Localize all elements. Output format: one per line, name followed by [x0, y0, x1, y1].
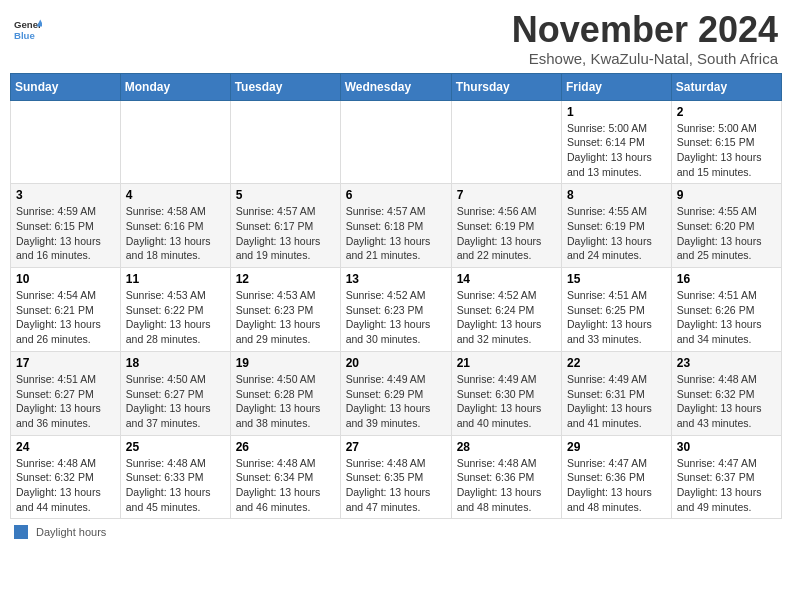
calendar-week-row: 3Sunrise: 4:59 AM Sunset: 6:15 PM Daylig… [11, 184, 782, 268]
day-info: Sunrise: 4:48 AM Sunset: 6:32 PM Dayligh… [677, 372, 776, 431]
day-number: 6 [346, 188, 446, 202]
calendar-week-row: 24Sunrise: 4:48 AM Sunset: 6:32 PM Dayli… [11, 435, 782, 519]
calendar-cell: 2Sunrise: 5:00 AM Sunset: 6:15 PM Daylig… [671, 100, 781, 184]
day-info: Sunrise: 4:51 AM Sunset: 6:26 PM Dayligh… [677, 288, 776, 347]
day-info: Sunrise: 4:55 AM Sunset: 6:20 PM Dayligh… [677, 204, 776, 263]
calendar-cell [120, 100, 230, 184]
day-info: Sunrise: 5:00 AM Sunset: 6:15 PM Dayligh… [677, 121, 776, 180]
logo-icon: General Blue [14, 16, 42, 44]
day-number: 27 [346, 440, 446, 454]
day-number: 25 [126, 440, 225, 454]
day-info: Sunrise: 4:59 AM Sunset: 6:15 PM Dayligh… [16, 204, 115, 263]
calendar-cell: 10Sunrise: 4:54 AM Sunset: 6:21 PM Dayli… [11, 268, 121, 352]
day-info: Sunrise: 4:50 AM Sunset: 6:27 PM Dayligh… [126, 372, 225, 431]
day-info: Sunrise: 4:52 AM Sunset: 6:23 PM Dayligh… [346, 288, 446, 347]
calendar-week-row: 10Sunrise: 4:54 AM Sunset: 6:21 PM Dayli… [11, 268, 782, 352]
day-info: Sunrise: 4:54 AM Sunset: 6:21 PM Dayligh… [16, 288, 115, 347]
day-info: Sunrise: 4:57 AM Sunset: 6:18 PM Dayligh… [346, 204, 446, 263]
calendar-table: SundayMondayTuesdayWednesdayThursdayFrid… [10, 73, 782, 520]
day-number: 13 [346, 272, 446, 286]
day-number: 22 [567, 356, 666, 370]
day-number: 26 [236, 440, 335, 454]
calendar-day-header: Wednesday [340, 73, 451, 100]
day-number: 18 [126, 356, 225, 370]
day-info: Sunrise: 4:48 AM Sunset: 6:32 PM Dayligh… [16, 456, 115, 515]
day-info: Sunrise: 4:56 AM Sunset: 6:19 PM Dayligh… [457, 204, 556, 263]
day-info: Sunrise: 4:49 AM Sunset: 6:30 PM Dayligh… [457, 372, 556, 431]
page-header: General Blue November 2024 Eshowe, KwaZu… [10, 10, 782, 67]
calendar-cell: 21Sunrise: 4:49 AM Sunset: 6:30 PM Dayli… [451, 351, 561, 435]
day-info: Sunrise: 4:49 AM Sunset: 6:31 PM Dayligh… [567, 372, 666, 431]
day-number: 15 [567, 272, 666, 286]
day-info: Sunrise: 4:47 AM Sunset: 6:36 PM Dayligh… [567, 456, 666, 515]
calendar-header-row: SundayMondayTuesdayWednesdayThursdayFrid… [11, 73, 782, 100]
day-info: Sunrise: 4:47 AM Sunset: 6:37 PM Dayligh… [677, 456, 776, 515]
legend-color-box [14, 525, 28, 539]
day-number: 10 [16, 272, 115, 286]
day-number: 30 [677, 440, 776, 454]
calendar-cell [11, 100, 121, 184]
calendar-day-header: Saturday [671, 73, 781, 100]
calendar-cell: 20Sunrise: 4:49 AM Sunset: 6:29 PM Dayli… [340, 351, 451, 435]
month-title: November 2024 [512, 10, 778, 50]
calendar-cell: 29Sunrise: 4:47 AM Sunset: 6:36 PM Dayli… [562, 435, 672, 519]
day-info: Sunrise: 4:50 AM Sunset: 6:28 PM Dayligh… [236, 372, 335, 431]
calendar-day-header: Thursday [451, 73, 561, 100]
calendar-cell: 8Sunrise: 4:55 AM Sunset: 6:19 PM Daylig… [562, 184, 672, 268]
day-info: Sunrise: 4:51 AM Sunset: 6:25 PM Dayligh… [567, 288, 666, 347]
day-number: 9 [677, 188, 776, 202]
calendar-cell: 13Sunrise: 4:52 AM Sunset: 6:23 PM Dayli… [340, 268, 451, 352]
calendar-cell: 27Sunrise: 4:48 AM Sunset: 6:35 PM Dayli… [340, 435, 451, 519]
day-number: 23 [677, 356, 776, 370]
day-info: Sunrise: 4:48 AM Sunset: 6:36 PM Dayligh… [457, 456, 556, 515]
calendar-cell: 22Sunrise: 4:49 AM Sunset: 6:31 PM Dayli… [562, 351, 672, 435]
calendar-week-row: 17Sunrise: 4:51 AM Sunset: 6:27 PM Dayli… [11, 351, 782, 435]
calendar-cell: 7Sunrise: 4:56 AM Sunset: 6:19 PM Daylig… [451, 184, 561, 268]
calendar-cell: 5Sunrise: 4:57 AM Sunset: 6:17 PM Daylig… [230, 184, 340, 268]
day-number: 5 [236, 188, 335, 202]
calendar-week-row: 1Sunrise: 5:00 AM Sunset: 6:14 PM Daylig… [11, 100, 782, 184]
day-number: 20 [346, 356, 446, 370]
calendar-cell [230, 100, 340, 184]
calendar-cell: 24Sunrise: 4:48 AM Sunset: 6:32 PM Dayli… [11, 435, 121, 519]
day-info: Sunrise: 4:58 AM Sunset: 6:16 PM Dayligh… [126, 204, 225, 263]
calendar-cell: 14Sunrise: 4:52 AM Sunset: 6:24 PM Dayli… [451, 268, 561, 352]
logo: General Blue [14, 16, 42, 44]
day-number: 14 [457, 272, 556, 286]
calendar-cell: 15Sunrise: 4:51 AM Sunset: 6:25 PM Dayli… [562, 268, 672, 352]
calendar-cell: 3Sunrise: 4:59 AM Sunset: 6:15 PM Daylig… [11, 184, 121, 268]
day-info: Sunrise: 4:49 AM Sunset: 6:29 PM Dayligh… [346, 372, 446, 431]
day-number: 21 [457, 356, 556, 370]
calendar-day-header: Monday [120, 73, 230, 100]
day-number: 1 [567, 105, 666, 119]
day-info: Sunrise: 4:51 AM Sunset: 6:27 PM Dayligh… [16, 372, 115, 431]
calendar-cell: 19Sunrise: 4:50 AM Sunset: 6:28 PM Dayli… [230, 351, 340, 435]
legend-label: Daylight hours [36, 526, 106, 538]
day-number: 24 [16, 440, 115, 454]
calendar-cell: 1Sunrise: 5:00 AM Sunset: 6:14 PM Daylig… [562, 100, 672, 184]
calendar-cell: 9Sunrise: 4:55 AM Sunset: 6:20 PM Daylig… [671, 184, 781, 268]
day-info: Sunrise: 5:00 AM Sunset: 6:14 PM Dayligh… [567, 121, 666, 180]
calendar-day-header: Tuesday [230, 73, 340, 100]
day-number: 28 [457, 440, 556, 454]
title-block: November 2024 Eshowe, KwaZulu-Natal, Sou… [512, 10, 778, 67]
calendar-cell: 30Sunrise: 4:47 AM Sunset: 6:37 PM Dayli… [671, 435, 781, 519]
day-number: 17 [16, 356, 115, 370]
calendar-cell: 25Sunrise: 4:48 AM Sunset: 6:33 PM Dayli… [120, 435, 230, 519]
day-number: 16 [677, 272, 776, 286]
calendar-cell: 23Sunrise: 4:48 AM Sunset: 6:32 PM Dayli… [671, 351, 781, 435]
calendar-cell [451, 100, 561, 184]
day-number: 4 [126, 188, 225, 202]
calendar-cell: 12Sunrise: 4:53 AM Sunset: 6:23 PM Dayli… [230, 268, 340, 352]
calendar-cell: 6Sunrise: 4:57 AM Sunset: 6:18 PM Daylig… [340, 184, 451, 268]
day-number: 12 [236, 272, 335, 286]
day-info: Sunrise: 4:55 AM Sunset: 6:19 PM Dayligh… [567, 204, 666, 263]
day-info: Sunrise: 4:48 AM Sunset: 6:35 PM Dayligh… [346, 456, 446, 515]
calendar-day-header: Friday [562, 73, 672, 100]
day-number: 11 [126, 272, 225, 286]
day-number: 8 [567, 188, 666, 202]
calendar-cell [340, 100, 451, 184]
calendar-cell: 16Sunrise: 4:51 AM Sunset: 6:26 PM Dayli… [671, 268, 781, 352]
day-info: Sunrise: 4:52 AM Sunset: 6:24 PM Dayligh… [457, 288, 556, 347]
day-number: 7 [457, 188, 556, 202]
